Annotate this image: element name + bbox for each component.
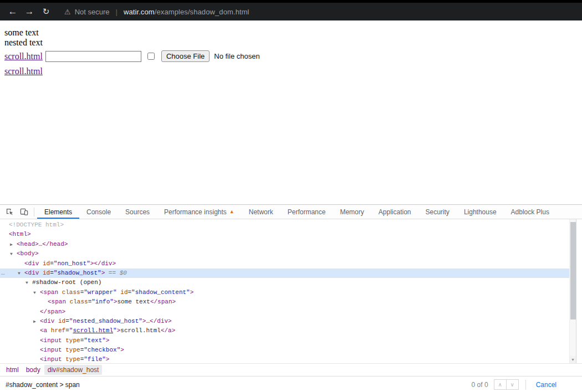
- tab-label: Application: [379, 208, 411, 216]
- scrollbar-thumb[interactable]: [570, 222, 576, 319]
- tab-memory[interactable]: Memory: [333, 205, 371, 219]
- tab-sources[interactable]: Sources: [118, 205, 157, 219]
- file-status-text: No file chosen: [214, 52, 259, 60]
- tree-row[interactable]: <input type="text">: [0, 336, 569, 345]
- tree-row[interactable]: ▼#shadow-root (open): [0, 278, 569, 287]
- tab-console[interactable]: Console: [79, 205, 118, 219]
- checkbox-input[interactable]: [147, 53, 155, 60]
- tree-row[interactable]: <span class="info">some text</span>: [0, 297, 569, 307]
- styles-pane-edge: [576, 219, 582, 363]
- collapse-arrow-icon[interactable]: ▼: [10, 249, 13, 259]
- vertical-scrollbar[interactable]: ▼: [569, 219, 576, 363]
- back-button[interactable]: ←: [4, 4, 21, 19]
- choose-file-button[interactable]: Choose File: [161, 50, 210, 62]
- url-divider: |: [116, 8, 118, 16]
- tree-row[interactable]: </span>: [0, 307, 569, 317]
- device-toolbar-icon: [20, 208, 28, 216]
- back-icon: ←: [8, 6, 18, 17]
- find-nav-group: ∧ ∨: [494, 379, 519, 390]
- tab-application[interactable]: Application: [371, 205, 418, 219]
- scroll-link-2[interactable]: scroll.html: [4, 66, 43, 76]
- tree-row[interactable]: <html>: [0, 230, 569, 239]
- tab-label: Adblock Plus: [511, 208, 549, 216]
- collapse-arrow-icon[interactable]: ▼: [33, 288, 36, 297]
- tab-label: Security: [426, 208, 450, 216]
- find-bar: 0 of 0 ∧ ∨ Cancel: [0, 376, 582, 392]
- tab-performance-insights[interactable]: Performance insights▲: [157, 205, 242, 219]
- tree-row[interactable]: <a href="scroll.html">scroll.html</a>: [0, 326, 569, 336]
- match-count: 0 of 0: [472, 381, 488, 389]
- security-label: Not secure: [75, 8, 110, 16]
- devtools-tabs: ElementsConsoleSourcesPerformance insigh…: [37, 205, 557, 219]
- tab-security[interactable]: Security: [418, 205, 457, 219]
- find-previous-button[interactable]: ∧: [494, 379, 507, 390]
- breadcrumb: htmlbodydiv#shadow_host: [0, 363, 582, 376]
- tab-label: Console: [86, 208, 111, 216]
- browser-toolbar: ← → ↻ ⚠ Not secure | watir.com/examples/…: [0, 0, 582, 20]
- breadcrumb-item[interactable]: body: [23, 365, 44, 375]
- breadcrumb-item[interactable]: html: [3, 365, 22, 375]
- tab-network[interactable]: Network: [242, 205, 280, 219]
- tree-row[interactable]: ▼<span class="wrapper" id="shadow_conten…: [0, 288, 569, 297]
- tree-row[interactable]: ▼<body>: [0, 249, 569, 259]
- tab-label: Performance: [288, 208, 326, 216]
- warning-icon: ⚠: [64, 8, 71, 16]
- tab-label: Network: [249, 208, 273, 216]
- elements-panel: <!DOCTYPE html><html>▶<head>…</head>▼<bo…: [0, 219, 582, 363]
- page-content: some text nested text scroll.html Choose…: [0, 20, 582, 204]
- page-text-line: some text: [4, 28, 582, 38]
- text-input[interactable]: [45, 51, 141, 62]
- reload-button[interactable]: ↻: [38, 4, 54, 19]
- flame-icon: ▲: [229, 209, 234, 214]
- expand-arrow-icon[interactable]: ▶: [10, 240, 13, 249]
- breadcrumb-item[interactable]: div#shadow_host: [44, 365, 103, 375]
- url-host: watir.com: [124, 8, 155, 16]
- tab-label: Sources: [125, 208, 150, 216]
- devtools-tabbar: ElementsConsoleSourcesPerformance insigh…: [0, 205, 582, 219]
- elements-tree: <!DOCTYPE html><html>▶<head>…</head>▼<bo…: [0, 220, 569, 363]
- url-path: /examples/shadow_dom.html: [155, 8, 249, 16]
- page-text-line: nested text: [4, 38, 582, 48]
- tree-row[interactable]: …▼<div id="shadow_host"> == $0: [0, 269, 569, 278]
- tab-lighthouse[interactable]: Lighthouse: [457, 205, 504, 219]
- scroll-link[interactable]: scroll.html: [4, 51, 43, 61]
- forward-icon: →: [25, 6, 34, 17]
- tab-performance[interactable]: Performance: [280, 205, 333, 219]
- inspect-icon: [6, 208, 14, 216]
- tab-label: Lighthouse: [464, 208, 497, 216]
- tree-row[interactable]: <div id="non_host"></div>: [0, 259, 569, 269]
- expand-arrow-icon[interactable]: ▶: [33, 317, 36, 326]
- collapse-arrow-icon[interactable]: ▼: [25, 278, 28, 287]
- toolbar-separator: [34, 208, 34, 216]
- row-menu-dots[interactable]: …: [1, 269, 4, 278]
- tab-adblock-plus[interactable]: Adblock Plus: [504, 205, 557, 219]
- collapse-arrow-icon[interactable]: ▼: [18, 269, 21, 278]
- reload-icon: ↻: [43, 7, 50, 17]
- devtools-panel: ElementsConsoleSourcesPerformance insigh…: [0, 204, 582, 392]
- tree-row[interactable]: ▶<div id="nested_shadow_host">…</div>: [0, 317, 569, 326]
- tree-row[interactable]: <!DOCTYPE html>: [0, 220, 569, 230]
- security-indicator[interactable]: ⚠ Not secure: [64, 8, 110, 16]
- forward-button[interactable]: →: [21, 4, 38, 19]
- device-toolbar-button[interactable]: [17, 205, 31, 219]
- page-form-row: scroll.html Choose File No file chosen: [4, 49, 582, 63]
- tree-row[interactable]: <input type="checkbox">: [0, 345, 569, 355]
- inspect-element-button[interactable]: [2, 205, 17, 219]
- tab-label: Elements: [44, 208, 72, 216]
- tab-elements[interactable]: Elements: [37, 205, 79, 219]
- tab-label: Performance insights: [164, 208, 227, 216]
- address-bar[interactable]: watir.com/examples/shadow_dom.html: [124, 8, 249, 16]
- tree-row[interactable]: ▶<head>…</head>: [0, 240, 569, 249]
- tab-label: Memory: [340, 208, 364, 216]
- tree-row[interactable]: <input type="file">: [0, 355, 569, 363]
- scrollbar-down-icon[interactable]: ▼: [570, 356, 576, 363]
- cancel-button[interactable]: Cancel: [533, 380, 560, 390]
- find-input[interactable]: [4, 380, 466, 389]
- find-next-button[interactable]: ∨: [506, 379, 519, 390]
- findbar-divider: [525, 380, 526, 390]
